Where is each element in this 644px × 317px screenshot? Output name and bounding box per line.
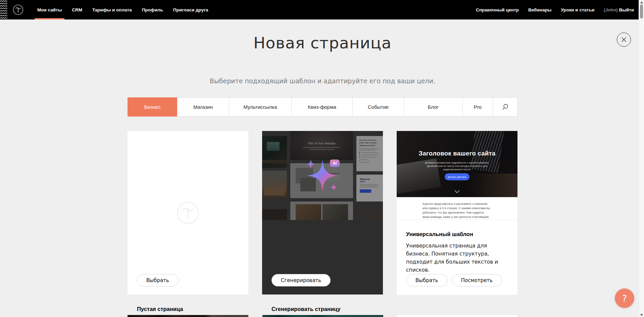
tab-business[interactable]: Бизнес [128, 97, 177, 117]
tilda-logo-icon[interactable] [12, 3, 24, 16]
template-hero-title: Заголовок вашего сайта [397, 150, 517, 157]
tab-store[interactable]: Магазин [177, 98, 229, 116]
nav-tariffs[interactable]: Тарифы и оплата [92, 0, 132, 19]
user-name: (John) [604, 7, 617, 12]
page-title: Новая страница [128, 34, 517, 52]
nav-crm[interactable]: CRM [72, 0, 82, 19]
card-ai-generate: Title of Your Website Get your house in [262, 131, 383, 295]
tab-multilink[interactable]: Мультиссылка [229, 98, 292, 116]
tab-search[interactable] [493, 98, 517, 116]
template-cta-button: Целевое действие [445, 173, 469, 180]
close-icon [621, 37, 627, 43]
nav-webinars[interactable]: Вебинары [528, 0, 551, 19]
ai-sparkle-small-bottom-icon [330, 183, 338, 191]
template-body-section: Коротко представьтесь и расскажите о ком… [397, 197, 517, 220]
card-title: Универсальный шаблон [406, 231, 508, 237]
nav-invite-friend[interactable]: Пригласи друга [173, 0, 208, 19]
tab-quiz-form[interactable]: Квиз-форма [292, 98, 353, 116]
template-hero: Заголовок вашего сайта Добавьте интересн… [397, 131, 517, 197]
tab-event[interactable]: Событие [353, 98, 404, 116]
scrollbar-thumb[interactable] [640, 4, 643, 18]
blank-page-preview[interactable] [128, 131, 248, 295]
ai-generate-preview[interactable]: Title of Your Website Get your house in [262, 131, 383, 295]
chevron-down-icon [454, 190, 460, 193]
nav-help-center[interactable]: Справочный центр [476, 0, 519, 19]
tab-blog[interactable]: Блог [404, 98, 463, 116]
select-template-button[interactable]: Выбрать [406, 274, 448, 286]
select-blank-button[interactable]: Выбрать [137, 274, 179, 286]
template-category-tabs: Бизнес Магазин Мультиссылка Квиз-форма С… [128, 97, 517, 117]
universal-template-preview[interactable]: Заголовок вашего сайта Добавьте интересн… [397, 131, 517, 220]
ai-badge: AI [330, 160, 340, 167]
tab-pro[interactable]: Pro [463, 98, 493, 116]
template-hero-subtitle: Добавьте интересные подробности о вашей … [421, 161, 493, 171]
template-cards-row: Пустая страница Начать с чистого листа. … [128, 131, 517, 295]
card-title: Сгенерировать страницу [271, 306, 374, 312]
template-body-text: Коротко представьтесь и расскажите о ком… [423, 202, 492, 219]
secondary-nav: Справочный центр Вебинары Уроки и статьи… [476, 0, 634, 19]
tilda-watermark-icon [174, 199, 202, 227]
top-nav-bar: Мои сайты CRM Тарифы и оплата Профиль Пр… [0, 0, 639, 19]
next-row-card-preview-1[interactable] [128, 315, 248, 317]
view-template-button[interactable]: Посмотреть [452, 274, 502, 286]
scrollbar-up-arrow-icon[interactable] [640, 1, 643, 3]
page-subtitle: Выберите подходящий шаблон и адаптируйте… [128, 77, 517, 85]
nav-my-sites[interactable]: Мои сайты [37, 0, 62, 19]
card-universal-template: Заголовок вашего сайта Добавьте интересн… [397, 131, 517, 295]
scrollbar-down-arrow-icon[interactable] [640, 314, 643, 316]
next-row-card-preview-2[interactable] [262, 315, 383, 317]
page-scrollbar[interactable] [639, 0, 644, 317]
nav-lessons[interactable]: Уроки и статьи [561, 0, 594, 19]
generate-button[interactable]: Сгенерировать [271, 274, 331, 286]
account-area: (John) Выйти [604, 0, 634, 19]
ai-sparkle-small-top-icon [306, 159, 316, 169]
help-button[interactable]: ? [615, 288, 634, 308]
ai-preview-overlay [262, 131, 383, 295]
card-description: Универсальная страница для бизнеса. Поня… [406, 242, 508, 274]
main-nav: Мои сайты CRM Тарифы и оплата Профиль Пр… [37, 0, 208, 19]
card-title: Пустая страница [137, 306, 239, 312]
zigzag-pattern-decoration [0, 0, 7, 19]
card-blank-page: Пустая страница Начать с чистого листа. … [128, 131, 248, 295]
nav-profile[interactable]: Профиль [142, 0, 163, 19]
next-row-card-preview-3[interactable] [397, 315, 517, 317]
search-icon [502, 103, 509, 110]
logout-link[interactable]: Выйти [619, 7, 634, 12]
close-button[interactable] [617, 33, 631, 47]
